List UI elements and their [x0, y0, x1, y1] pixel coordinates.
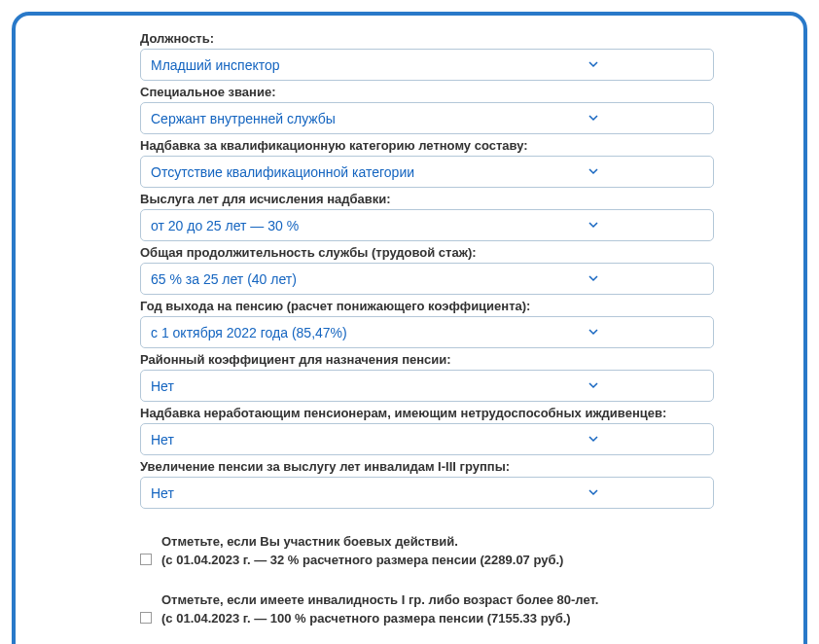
field-select[interactable]: Отсутствие квалификационной категории — [140, 156, 714, 188]
field-value: Нет — [151, 432, 174, 447]
form-group: Увеличение пенсии за выслугу лет инвалид… — [35, 459, 784, 509]
field-select[interactable]: Нет — [140, 423, 714, 455]
form-group: Районный коэффициент для назначения пенс… — [35, 352, 784, 402]
form-group: Общая продолжительность службы (трудовой… — [35, 245, 784, 295]
checkbox-input[interactable] — [140, 612, 152, 624]
field-label: Должность: — [140, 31, 784, 46]
field-select[interactable]: Нет — [140, 370, 714, 402]
field-label: Год выхода на пенсию (расчет понижающего… — [140, 299, 784, 313]
field-label: Надбавка неработающим пенсионерам, имеющ… — [140, 406, 784, 420]
field-select[interactable]: Младший инспектор — [140, 49, 714, 81]
field-value: 65 % за 25 лет (40 лет) — [151, 271, 297, 287]
checkbox-title: Отметьте, если Вы участник боевых действ… — [161, 534, 563, 549]
field-select[interactable]: 65 % за 25 лет (40 лет) — [140, 263, 714, 295]
form-group: Надбавка неработающим пенсионерам, имеющ… — [35, 406, 784, 455]
field-value: Нет — [151, 485, 174, 501]
field-label: Специальное звание: — [140, 85, 784, 99]
field-label: Надбавка за квалификационную категорию л… — [140, 138, 784, 153]
field-select[interactable]: Сержант внутренней службы — [140, 102, 714, 134]
field-value: с 1 октября 2022 года (85,47%) — [151, 325, 347, 340]
checkbox-title: Отметьте, если имеете инвалидность I гр.… — [161, 592, 598, 607]
checkbox-section: Отметьте, если Вы участник боевых действ… — [140, 534, 784, 626]
checkbox-input[interactable] — [140, 554, 152, 565]
calculator-container: Должность:Младший инспекторСпециальное з… — [12, 12, 807, 644]
field-value: Младший инспектор — [151, 57, 280, 73]
field-value: Сержант внутренней службы — [151, 111, 336, 126]
form-group: Надбавка за квалификационную категорию л… — [35, 138, 784, 188]
form-group: Должность:Младший инспектор — [35, 31, 784, 81]
field-label: Выслуга лет для исчисления надбавки: — [140, 192, 784, 206]
field-label: Увеличение пенсии за выслугу лет инвалид… — [140, 459, 784, 474]
form-group: Год выхода на пенсию (расчет понижающего… — [35, 299, 784, 348]
field-select[interactable]: Нет — [140, 477, 714, 509]
field-value: Нет — [151, 378, 174, 394]
checkbox-subtitle: (с 01.04.2023 г. — 100 % расчетного разм… — [161, 611, 598, 626]
field-value: Отсутствие квалификационной категории — [151, 164, 414, 180]
checkbox-row: Отметьте, если имеете инвалидность I гр.… — [140, 592, 784, 626]
checkbox-row: Отметьте, если Вы участник боевых действ… — [140, 534, 784, 567]
checkbox-subtitle: (с 01.04.2023 г. — 32 % расчетного разме… — [161, 553, 563, 567]
field-select[interactable]: от 20 до 25 лет — 30 % — [140, 209, 714, 241]
form-group: Выслуга лет для исчисления надбавки:от 2… — [35, 192, 784, 241]
field-select[interactable]: с 1 октября 2022 года (85,47%) — [140, 316, 714, 348]
form-group: Специальное звание:Сержант внутренней сл… — [35, 85, 784, 134]
field-label: Общая продолжительность службы (трудовой… — [140, 245, 784, 260]
field-value: от 20 до 25 лет — 30 % — [151, 218, 299, 233]
field-label: Районный коэффициент для назначения пенс… — [140, 352, 784, 367]
